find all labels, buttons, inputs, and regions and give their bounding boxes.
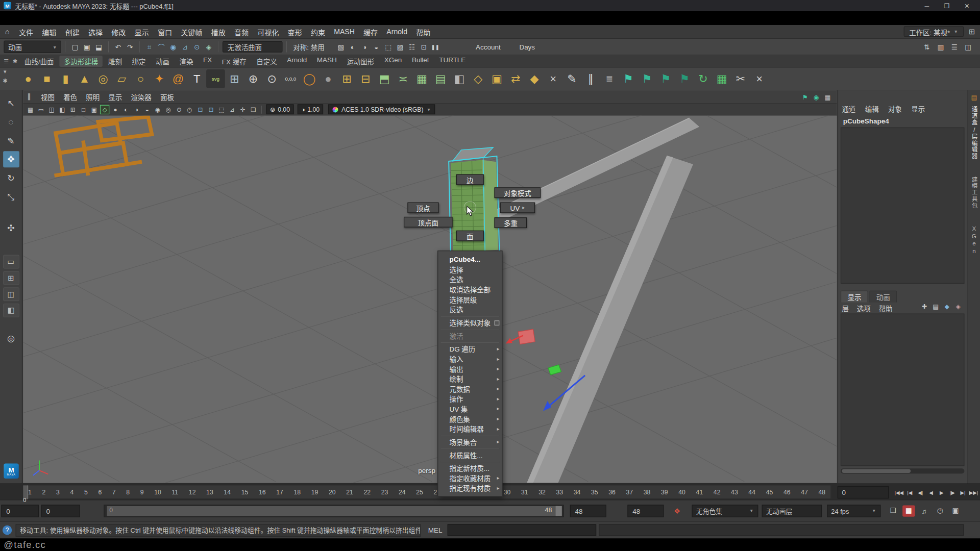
- exposure-field[interactable]: ⊚ 0.00: [266, 104, 294, 114]
- go-to-end-button[interactable]: ▶▶|: [968, 486, 978, 498]
- undo-icon[interactable]: ↶: [112, 41, 124, 53]
- menu-item-10[interactable]: 可视化: [253, 27, 283, 37]
- auto-keyframe-icon[interactable]: ❖: [674, 506, 680, 515]
- textured-icon[interactable]: ◐: [121, 105, 131, 114]
- menu-set-dropdown[interactable]: 动画 ▼: [4, 41, 61, 53]
- menu-item-3[interactable]: 选择: [84, 27, 107, 37]
- shelf-tab-2[interactable]: 雕刻: [104, 56, 126, 67]
- shelf-menu-icon[interactable]: ☰: [3, 58, 10, 64]
- context-menu-item-5[interactable]: 选择类似对象: [438, 318, 502, 328]
- select-tool[interactable]: ↖: [3, 95, 19, 111]
- mel-input[interactable]: [447, 524, 596, 536]
- animation-preferences-icon[interactable]: ▣: [949, 505, 962, 516]
- make-live-surface-icon[interactable]: ⚑: [638, 69, 656, 88]
- step-forward-key-button[interactable]: |▶: [947, 486, 958, 498]
- step-back-key-button[interactable]: ◀|: [915, 486, 925, 498]
- shelf-tab-1[interactable]: 多边形建模: [59, 56, 102, 67]
- panel-menu-2[interactable]: 照明: [86, 92, 100, 102]
- layer-editor-menu-2[interactable]: 帮助: [879, 303, 893, 313]
- context-menu-item-14[interactable]: 颜色集▸: [438, 414, 502, 424]
- render-icon[interactable]: ▧: [335, 41, 346, 53]
- layer-new-icon[interactable]: ✚: [920, 302, 928, 310]
- snap-surface-icon[interactable]: ⊙: [191, 41, 203, 53]
- play-forwards-button[interactable]: ▶: [937, 486, 947, 498]
- bridge-icon[interactable]: ≍: [394, 69, 412, 88]
- shelf-tab-11[interactable]: 运动图形: [342, 56, 379, 67]
- marking-menu-object-mode[interactable]: 对象模式: [495, 187, 541, 198]
- frame-tick-strip[interactable]: 1234567891011121314151617181920212223242…: [22, 485, 831, 499]
- context-menu-item-15[interactable]: 时间编辑器▸: [438, 424, 502, 434]
- poly-disc-icon[interactable]: ○: [131, 69, 150, 88]
- layout-four-pane-button[interactable]: ⊞: [3, 271, 19, 285]
- highlight-icon[interactable]: ✛: [238, 105, 248, 114]
- move-tool[interactable]: ✥: [3, 151, 19, 167]
- animation-end-field[interactable]: 48: [627, 505, 664, 517]
- marking-menu-multi[interactable]: 多重: [495, 217, 527, 228]
- sequencer-icon[interactable]: ⊡: [418, 41, 429, 53]
- current-frame-field[interactable]: 0: [838, 486, 889, 498]
- snap-plane-icon[interactable]: ⊿: [179, 41, 190, 53]
- go-to-start-button[interactable]: |◀◀: [894, 486, 904, 498]
- step-back-frame-button[interactable]: |◀: [905, 486, 915, 498]
- context-menu-item-4[interactable]: 反选: [438, 305, 502, 315]
- panel-camera-icon[interactable]: ◉: [812, 92, 821, 101]
- gamma-field[interactable]: ◑ 1.00: [298, 104, 324, 114]
- context-menu-item-19[interactable]: 指定收藏材质▸: [438, 473, 502, 484]
- sidebar-dock-icon[interactable]: ▤: [970, 92, 978, 101]
- layer-editor-tab-1[interactable]: 动画: [869, 290, 897, 302]
- boolean-icon[interactable]: ▣: [487, 69, 506, 88]
- scale-tool[interactable]: ⤡: [3, 189, 19, 205]
- multisample-icon[interactable]: ⊙: [175, 105, 184, 114]
- shelf-tab-14[interactable]: TURTLE: [435, 56, 470, 67]
- context-menu-item-12[interactable]: 操作▸: [438, 394, 502, 405]
- poly-sphere-icon[interactable]: ●: [19, 69, 38, 88]
- shelf-tab-10[interactable]: MASH: [312, 56, 341, 67]
- menu-item-4[interactable]: 修改: [107, 27, 130, 37]
- panel-menu-3[interactable]: 显示: [108, 92, 122, 102]
- relax-tool-icon[interactable]: ⚑: [656, 69, 675, 88]
- smooth-icon[interactable]: ◧: [450, 69, 469, 88]
- bevel-icon[interactable]: ◇: [469, 69, 487, 88]
- days-link[interactable]: Days: [519, 43, 535, 51]
- layer-list-area[interactable]: [841, 314, 964, 466]
- shelf-tab-12[interactable]: XGen: [380, 56, 406, 67]
- channel-box-menu-0[interactable]: 通道: [842, 104, 855, 114]
- horizontal-scrollbar[interactable]: [841, 468, 964, 473]
- plane-toggle-icon[interactable]: ⊿: [228, 105, 237, 114]
- layer-new-empty-icon[interactable]: ▤: [931, 302, 940, 310]
- help-icon[interactable]: ?: [3, 525, 12, 535]
- layer-editor-tab-0[interactable]: 显示: [841, 290, 868, 302]
- playback-speed-icon[interactable]: ❏: [887, 505, 899, 516]
- live-surface-field[interactable]: 无激活曲面: [223, 41, 283, 53]
- menu-item-11[interactable]: 变形: [283, 27, 306, 37]
- menu-item-5[interactable]: 显示: [130, 27, 153, 37]
- layer-options-icon[interactable]: ◈: [954, 302, 963, 310]
- shelf-tab-13[interactable]: Bullet: [407, 56, 433, 67]
- snap-together-tool[interactable]: ✣: [3, 220, 19, 236]
- context-menu-item-18[interactable]: 指定新材质...: [438, 464, 502, 474]
- mute-audio-icon[interactable]: ♫: [918, 505, 930, 516]
- xray-icon[interactable]: ⊡: [195, 105, 205, 114]
- step-forward-frame-button[interactable]: ▶|: [958, 486, 968, 498]
- menu-item-6[interactable]: 窗口: [153, 27, 176, 37]
- motion-blur-icon[interactable]: ◎: [164, 105, 173, 114]
- panel-layout-icon[interactable]: ▦: [823, 92, 832, 101]
- channel-box-object-name[interactable]: pCubeShape4: [843, 117, 889, 125]
- shelf-tab-8[interactable]: 自定义: [252, 56, 282, 67]
- poly-torus-icon[interactable]: ◎: [94, 69, 113, 88]
- hypershade-icon[interactable]: ⬚: [383, 41, 394, 53]
- menu-item-15[interactable]: Arnold: [382, 28, 412, 35]
- type-tool-icon[interactable]: T: [187, 69, 206, 88]
- layout-two-pane-button[interactable]: ◧: [3, 304, 19, 317]
- sidebar-tab-2[interactable]: XGen: [971, 225, 977, 255]
- render-settings-icon[interactable]: ◑: [359, 41, 370, 53]
- range-slider-bar[interactable]: [107, 506, 558, 516]
- colorspace-dropdown[interactable]: ACES 1.0 SDR-video (sRGB) ▼: [328, 104, 435, 114]
- svg-tool-icon[interactable]: svg: [206, 69, 225, 88]
- ipr-render-icon[interactable]: ◐: [347, 41, 358, 53]
- lattice-icon[interactable]: ×: [544, 69, 562, 88]
- context-menu-item-20[interactable]: 指定现有材质▸: [438, 484, 502, 494]
- frame-selection-icon[interactable]: ⊙: [262, 69, 281, 88]
- shadows-icon[interactable]: ◒: [142, 105, 152, 114]
- animation-layer-dropdown[interactable]: 无动画层: [762, 505, 822, 517]
